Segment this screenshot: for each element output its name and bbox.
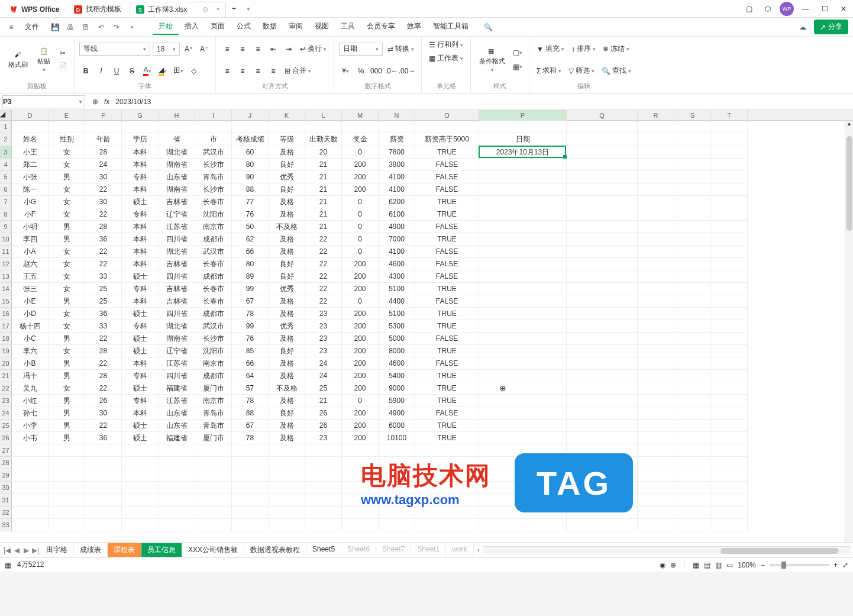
cell[interactable] [415, 469, 479, 482]
cell[interactable] [674, 407, 711, 420]
cell[interactable] [638, 295, 674, 308]
font-size-combo[interactable]: 18▾ [153, 43, 180, 56]
cell[interactable]: 及格 [269, 146, 305, 159]
cell[interactable]: 优秀 [269, 283, 305, 295]
row-header[interactable]: 19 [0, 345, 12, 357]
cell[interactable]: 郑二 [12, 159, 49, 171]
cell[interactable] [122, 444, 159, 457]
cell[interactable]: 省 [159, 133, 195, 146]
cell[interactable]: 及格 [269, 308, 305, 320]
percent-icon[interactable]: % [354, 65, 367, 77]
cell[interactable] [674, 494, 711, 507]
cell[interactable] [159, 519, 195, 531]
find-button[interactable]: 🔍 查找▾ [599, 65, 634, 76]
cell[interactable] [711, 407, 748, 420]
cell[interactable] [567, 183, 638, 196]
cell[interactable]: 21 [305, 159, 342, 171]
cell[interactable] [479, 246, 567, 258]
row-header[interactable]: 28 [0, 457, 12, 469]
cell[interactable]: 女 [49, 246, 85, 258]
menu-智能工具箱[interactable]: 智能工具箱 [427, 19, 474, 35]
col-header-J[interactable]: J [232, 110, 269, 121]
cell[interactable] [674, 133, 711, 146]
cell[interactable] [567, 121, 638, 133]
cell[interactable]: 21 [305, 395, 342, 407]
view-normal-icon[interactable]: ▦ [693, 561, 699, 569]
cell[interactable]: 22 [305, 246, 342, 258]
cell[interactable]: 小C [12, 333, 49, 345]
cell[interactable]: 0 [342, 395, 379, 407]
cell[interactable] [342, 494, 379, 507]
cell[interactable] [674, 146, 711, 159]
cell[interactable] [711, 444, 748, 457]
cell[interactable]: 0 [342, 295, 379, 308]
freeze-button[interactable]: ❄ 冻结▾ [600, 43, 632, 54]
cell[interactable]: 本科 [122, 159, 159, 171]
cell[interactable] [479, 295, 567, 308]
cell[interactable]: 0 [342, 196, 379, 208]
cell[interactable] [305, 444, 342, 457]
cell[interactable] [479, 208, 567, 221]
cell[interactable]: 吉林省 [159, 295, 195, 308]
cell[interactable]: 辽宁省 [159, 208, 195, 221]
cell[interactable] [711, 308, 748, 320]
cell[interactable]: 青岛市 [195, 407, 232, 420]
cell[interactable] [674, 270, 711, 283]
cell[interactable] [49, 444, 85, 457]
cell[interactable]: 男 [49, 407, 85, 420]
cell[interactable] [479, 308, 567, 320]
copy-icon[interactable]: 📄 [56, 60, 69, 72]
cell[interactable]: 本科 [122, 246, 159, 258]
cell[interactable]: 等级 [269, 133, 305, 146]
tab-menu-icon[interactable]: ⊝ [202, 5, 208, 14]
filter-button[interactable]: ▽ 筛选▾ [566, 65, 597, 76]
cell[interactable] [674, 233, 711, 246]
search-icon[interactable]: 🔍 [482, 21, 495, 34]
cell[interactable] [674, 382, 711, 395]
row-header[interactable]: 15 [0, 295, 12, 308]
cell[interactable]: 女 [49, 270, 85, 283]
cell[interactable]: 四川省 [159, 308, 195, 320]
col-header-I[interactable]: I [195, 110, 232, 121]
cell[interactable]: 小G [12, 196, 49, 208]
row-header[interactable]: 23 [0, 395, 12, 407]
fullscreen-icon[interactable]: ⤢ [842, 561, 848, 569]
cell[interactable] [711, 519, 748, 531]
row-header[interactable]: 22 [0, 382, 12, 395]
new-tab-button[interactable]: + [227, 2, 241, 16]
cell[interactable]: 22 [85, 246, 122, 258]
tab-next-icon[interactable]: ▶ [21, 546, 31, 555]
cell[interactable] [85, 469, 122, 482]
cell[interactable]: 及格 [269, 246, 305, 258]
cell[interactable] [711, 482, 748, 494]
cell[interactable]: 及格 [269, 295, 305, 308]
menu-开始[interactable]: 开始 [153, 19, 179, 35]
cell[interactable] [479, 333, 567, 345]
cell[interactable]: 良好 [269, 258, 305, 270]
cell[interactable]: 青岛市 [195, 171, 232, 183]
cell[interactable]: 长春市 [195, 295, 232, 308]
cell[interactable]: 吉林省 [159, 258, 195, 270]
cell[interactable]: 80 [232, 159, 269, 171]
cell[interactable] [567, 345, 638, 357]
cell[interactable]: 200 [342, 382, 379, 395]
cell[interactable] [479, 432, 567, 444]
cell[interactable]: 湖南省 [159, 333, 195, 345]
cell[interactable] [711, 246, 748, 258]
cell[interactable] [479, 121, 567, 133]
cell[interactable] [674, 507, 711, 519]
cell[interactable] [674, 320, 711, 333]
cell[interactable] [711, 494, 748, 507]
cell[interactable]: TRUE [415, 308, 479, 320]
comma-icon[interactable]: 000 [370, 65, 383, 77]
cell[interactable]: 76 [232, 208, 269, 221]
menu-效率[interactable]: 效率 [401, 19, 427, 35]
cell[interactable] [305, 519, 342, 531]
cell[interactable]: 专科 [122, 395, 159, 407]
col-header-H[interactable]: H [159, 110, 195, 121]
cell[interactable]: 张三 [12, 283, 49, 295]
cell[interactable] [415, 494, 479, 507]
cell[interactable] [12, 482, 49, 494]
cell[interactable]: 良好 [269, 159, 305, 171]
cell[interactable]: 30 [85, 407, 122, 420]
